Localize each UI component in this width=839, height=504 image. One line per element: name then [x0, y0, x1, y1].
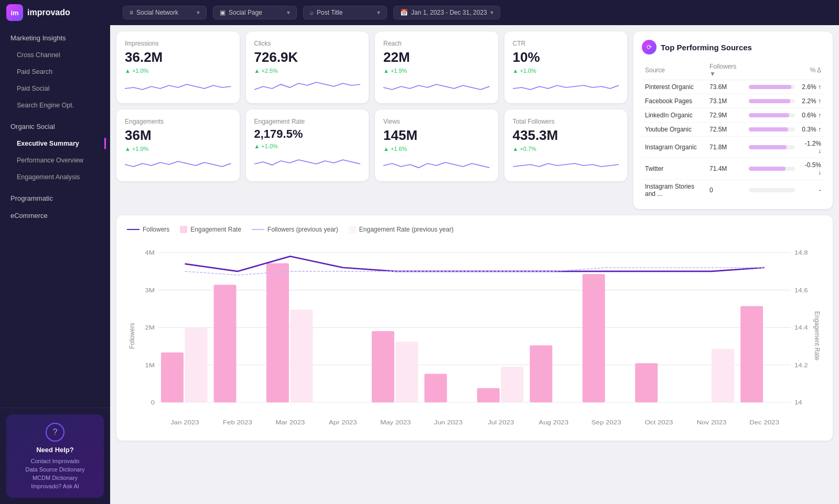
legend-followers-prev: Followers (previous year) [252, 226, 338, 233]
search-icon: ⌕ [310, 9, 314, 16]
sidebar-item-paid-search[interactable]: Paid Search [4, 63, 106, 80]
svg-text:1M: 1M [145, 362, 155, 369]
sidebar-item-seo[interactable]: Search Engine Opt. [4, 97, 106, 114]
sparkline [254, 78, 361, 95]
svg-rect-11 [530, 345, 552, 402]
metric-card-total-followers: Total Followers 435.3M ▲ +0.7% [504, 109, 628, 181]
table-row: Twitter 71.4M -0.5% ↓ [642, 158, 824, 180]
svg-rect-19 [712, 349, 734, 402]
sidebar-item-cross-channel[interactable]: Cross Channel [4, 47, 106, 63]
metric-value: 435.3M [513, 127, 619, 144]
table-row: LinkedIn Organic 72.9M 0.6% ↑ [642, 108, 824, 123]
source-change: -0.5% ↓ [798, 158, 824, 180]
chart-legend: Followers Engagement Rate Followers (pre… [127, 226, 822, 233]
mcdm-dictionary-link[interactable]: MCDM Dictionary [15, 475, 95, 481]
source-bar [746, 137, 798, 158]
help-links: Contact Improvado Data Source Dictionary… [15, 458, 95, 489]
svg-text:Feb 2023: Feb 2023 [223, 419, 252, 426]
sidebar-item-ecommerce[interactable]: eCommerce [4, 207, 106, 224]
metric-change: ▲ +1.0% [513, 68, 619, 74]
svg-text:Jun 2023: Jun 2023 [434, 419, 463, 426]
metric-value: 145M [383, 127, 490, 144]
top-sources-panel: ⟳ Top Performing Sources Source Follower… [633, 31, 833, 209]
sidebar-item-marketing-insights[interactable]: Marketing Insights [4, 29, 106, 47]
legend-engagement-rate: Engagement Rate [180, 226, 241, 233]
source-followers: 72.9M [706, 108, 746, 123]
post-title-filter[interactable]: ⌕ Post Title ▾ [303, 6, 387, 19]
sidebar-item-engagement-analysis[interactable]: Engagement Analysis [4, 169, 106, 185]
social-page-filter[interactable]: ▣ Social Page ▾ [213, 6, 297, 19]
arrow-up-icon: ▲ [125, 68, 131, 74]
svg-text:14: 14 [794, 399, 802, 406]
sidebar-item-organic-social[interactable]: Organic Social [4, 118, 106, 135]
svg-rect-6 [214, 284, 236, 402]
sparkline [254, 154, 361, 170]
source-followers: 71.8M [706, 137, 746, 158]
sidebar-item-executive-summary[interactable]: Executive Summary [4, 135, 106, 152]
sources-table: Source Followers ▼ % Δ Pinterest Organic… [642, 61, 824, 201]
source-followers: 73.6M [706, 80, 746, 94]
svg-text:May 2023: May 2023 [380, 419, 411, 426]
table-row: Instagram Organic 71.8M -1.2% ↓ [642, 137, 824, 158]
legend-engagement-rate-prev: Engagement Rate (previous year) [349, 226, 454, 233]
cards-row-2: Engagements 36M ▲ +1.0% Eng [116, 109, 627, 181]
sparkline [513, 78, 619, 95]
source-name: Pinterest Organic [642, 80, 706, 94]
source-followers: 71.4M [706, 158, 746, 180]
svg-text:Apr 2023: Apr 2023 [329, 419, 357, 426]
svg-rect-14 [740, 306, 763, 402]
ask-ai-link[interactable]: Improvado? Ask AI [15, 483, 95, 489]
top-sources-header: ⟳ Top Performing Sources [642, 40, 824, 54]
metric-change: ▲ +1.6% [383, 146, 490, 152]
cards-section: Impressions 36.2M ▲ +1.0% C [116, 31, 627, 209]
svg-text:Mar 2023: Mar 2023 [275, 419, 305, 426]
metric-card-clicks: Clicks 726.9K ▲ +2.5% [246, 31, 369, 103]
sidebar-item-performance-overview[interactable]: Performance Overview [4, 152, 106, 169]
svg-text:14.8: 14.8 [794, 249, 808, 256]
chevron-down-icon: ▾ [287, 9, 290, 16]
metric-value: 10% [513, 49, 619, 65]
data-source-dictionary-link[interactable]: Data Source Dictionary [15, 466, 95, 473]
col-source[interactable]: Source [642, 61, 706, 80]
sidebar-item-programmatic[interactable]: Programmatic [4, 190, 106, 207]
sidebar-bottom: ? Need Help? Contact Improvado Data Sour… [0, 408, 110, 504]
social-page-icon: ▣ [220, 9, 225, 16]
sources-title: Top Performing Sources [661, 43, 752, 52]
svg-text:Dec 2023: Dec 2023 [749, 419, 779, 426]
source-bar [746, 180, 798, 201]
metric-label: Clicks [254, 40, 361, 47]
help-box: ? Need Help? Contact Improvado Data Sour… [6, 414, 104, 498]
contact-improvado-link[interactable]: Contact Improvado [15, 458, 95, 464]
svg-rect-13 [635, 363, 658, 402]
logo-text: improvado [27, 8, 70, 17]
arrow-up-icon: ▲ [513, 68, 519, 74]
sidebar-item-paid-social[interactable]: Paid Social [4, 80, 106, 97]
source-bar [746, 158, 798, 180]
svg-rect-16 [290, 310, 313, 402]
metric-change: ▲ +1.0% [125, 146, 231, 152]
svg-text:14.6: 14.6 [794, 287, 808, 294]
date-range-filter[interactable]: 📅 Jan 1, 2023 - Dec 31, 2023 ▾ [393, 6, 500, 19]
col-followers[interactable]: Followers ▼ [706, 61, 746, 80]
legend-followers: Followers [127, 226, 169, 233]
svg-text:2M: 2M [145, 324, 155, 331]
metric-change: ▲ +1.9% [383, 68, 490, 74]
chart-section: Followers Engagement Rate Followers (pre… [116, 215, 833, 441]
source-change: -1.2% ↓ [798, 137, 824, 158]
source-change: 0.3% ↑ [798, 123, 824, 137]
svg-rect-7 [266, 264, 289, 402]
table-row: Facebook Pages 73.1M 2.2% ↑ [642, 94, 824, 108]
arrow-up-icon: ▲ [513, 146, 519, 152]
metric-label: Engagement Rate [254, 118, 361, 125]
source-change: 0.6% ↑ [798, 108, 824, 123]
svg-text:Followers: Followers [128, 323, 136, 349]
source-bar [746, 94, 798, 108]
chevron-down-icon: ▾ [490, 9, 493, 16]
metric-value: 22M [383, 49, 490, 65]
social-network-filter[interactable]: ≡ Social Network ▾ [123, 6, 207, 19]
svg-text:14.4: 14.4 [794, 324, 808, 331]
source-change: 2.2% ↑ [798, 94, 824, 108]
metric-change: ▲ +1.0% [254, 143, 361, 149]
svg-text:0: 0 [151, 399, 155, 406]
metric-value: 2,179.5% [254, 127, 361, 141]
